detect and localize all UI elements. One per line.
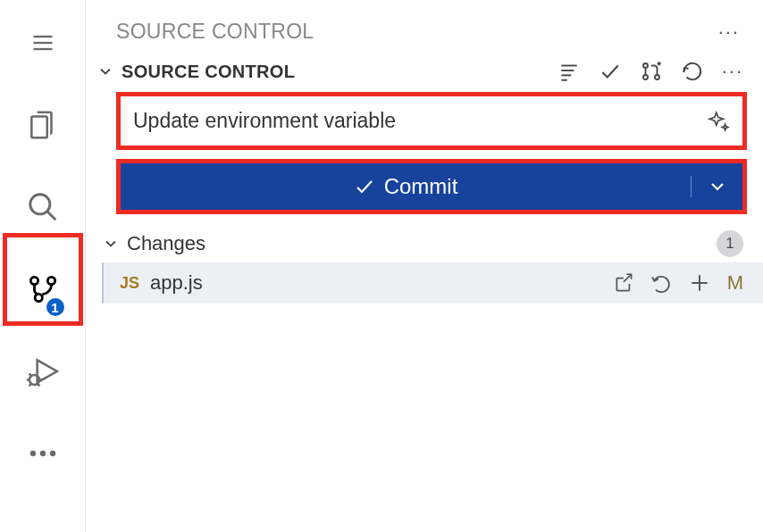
svg-line-4 bbox=[47, 212, 55, 220]
svg-point-6 bbox=[47, 277, 54, 284]
commit-btn-highlight: Commit bbox=[116, 159, 747, 214]
panel-more-icon[interactable]: ··· bbox=[718, 21, 740, 44]
svg-line-12 bbox=[29, 374, 30, 376]
scm-badge: 1 bbox=[45, 296, 66, 318]
svg-point-3 bbox=[29, 195, 49, 214]
panel-header: SOURCE CONTROL ··· bbox=[86, 11, 763, 56]
open-file-icon[interactable] bbox=[613, 271, 636, 295]
run-debug-icon[interactable] bbox=[16, 345, 70, 398]
commit-dropdown[interactable] bbox=[691, 176, 742, 197]
svg-line-14 bbox=[29, 384, 30, 386]
svg-point-23 bbox=[643, 75, 648, 79]
stage-changes-icon[interactable] bbox=[688, 271, 711, 295]
search-icon[interactable] bbox=[16, 180, 70, 234]
file-lang-badge: JS bbox=[118, 274, 141, 293]
chevron-down-icon bbox=[96, 62, 114, 80]
commit-button-label: Commit bbox=[384, 174, 458, 199]
svg-point-7 bbox=[35, 294, 42, 301]
svg-point-5 bbox=[30, 277, 38, 284]
panel-title: SOURCE CONTROL bbox=[116, 20, 314, 44]
activity-bar: 1 bbox=[0, 0, 86, 532]
svg-point-22 bbox=[643, 63, 648, 68]
source-control-icon[interactable]: 1 bbox=[16, 262, 70, 316]
file-row[interactable]: JS app.js M bbox=[102, 262, 763, 303]
overflow-menu-icon[interactable] bbox=[16, 427, 70, 480]
file-name: app.js bbox=[150, 271, 604, 295]
create-pr-icon[interactable] bbox=[640, 60, 663, 83]
section-title: SOURCE CONTROL bbox=[122, 62, 550, 82]
view-changes-icon[interactable] bbox=[558, 60, 581, 83]
sparkle-icon[interactable] bbox=[707, 110, 730, 133]
commit-button[interactable]: Commit bbox=[121, 163, 742, 210]
file-actions: M bbox=[613, 271, 745, 295]
chevron-down-icon bbox=[102, 235, 120, 253]
discard-changes-icon[interactable] bbox=[650, 271, 674, 295]
refresh-icon[interactable] bbox=[681, 60, 704, 83]
section-more-icon[interactable]: ··· bbox=[722, 60, 743, 83]
file-status-badge: M bbox=[725, 271, 745, 295]
check-icon bbox=[354, 176, 375, 197]
section-header[interactable]: SOURCE CONTROL ··· bbox=[86, 56, 763, 90]
changes-count-badge: 1 bbox=[717, 230, 743, 257]
changes-header[interactable]: Changes 1 bbox=[86, 223, 763, 262]
svg-point-16 bbox=[39, 451, 45, 456]
svg-line-13 bbox=[37, 384, 38, 386]
commit-button-main[interactable]: Commit bbox=[121, 174, 691, 199]
message-highlight bbox=[116, 92, 747, 150]
source-control-panel: SOURCE CONTROL ··· SOURCE CONTROL ··· Co… bbox=[86, 0, 763, 532]
changes-label: Changes bbox=[127, 232, 709, 255]
chevron-down-icon bbox=[707, 176, 728, 197]
svg-point-15 bbox=[29, 451, 35, 456]
check-icon[interactable] bbox=[599, 60, 622, 83]
section-toolbar: ··· bbox=[558, 60, 743, 83]
commit-message-input[interactable] bbox=[121, 96, 742, 145]
commit-message-wrap bbox=[121, 96, 742, 145]
svg-point-17 bbox=[49, 451, 54, 456]
svg-point-24 bbox=[655, 75, 659, 79]
menu-icon[interactable] bbox=[16, 16, 70, 70]
explorer-icon[interactable] bbox=[16, 98, 70, 152]
